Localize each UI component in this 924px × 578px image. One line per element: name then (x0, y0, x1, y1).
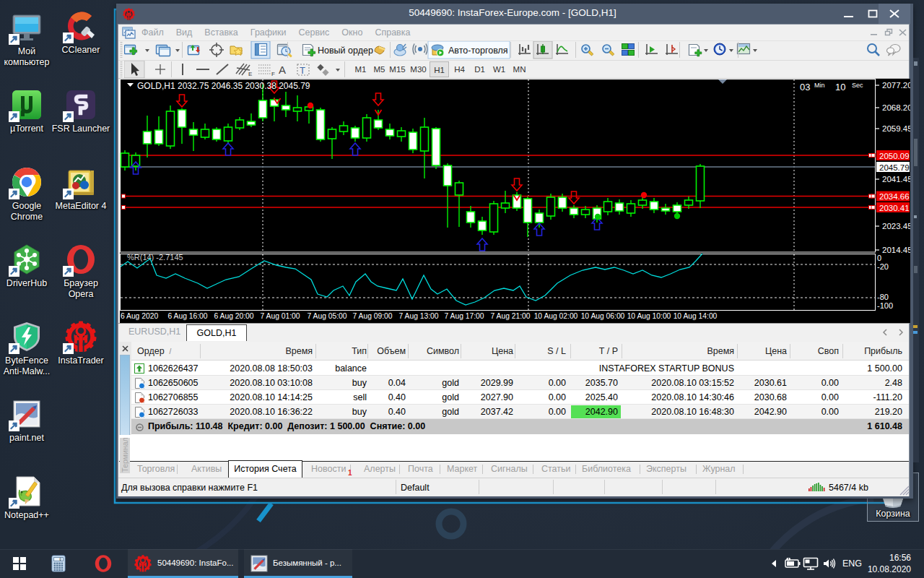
svg-text:2030.41: 2030.41 (879, 204, 910, 212)
svg-text:10 Aug 14:00: 10 Aug 14:00 (674, 312, 718, 320)
svg-text:-100: -100 (877, 301, 893, 310)
svg-text:%R(14) -2.7145: %R(14) -2.7145 (127, 253, 183, 262)
svg-text:10 Aug 06:00: 10 Aug 06:00 (581, 312, 625, 320)
svg-text:6 Aug 20:00: 6 Aug 20:00 (214, 312, 254, 320)
svg-text:2059.45: 2059.45 (882, 124, 910, 133)
svg-text:10 Aug 02:00: 10 Aug 02:00 (534, 312, 578, 320)
svg-text:6 Aug 16:00: 6 Aug 16:00 (168, 312, 208, 320)
svg-text:7 Aug 17:00: 7 Aug 17:00 (445, 312, 484, 320)
svg-text:2045.79: 2045.79 (879, 163, 910, 172)
svg-text:7 Aug 09:00: 7 Aug 09:00 (353, 312, 393, 320)
svg-text:-20: -20 (877, 262, 889, 271)
svg-text:Новый ордер: Новый ордер (318, 46, 373, 56)
svg-text:2041.45: 2041.45 (882, 175, 910, 184)
svg-text:7 Aug 01:00: 7 Aug 01:00 (261, 312, 300, 320)
svg-text:Sec: Sec (852, 82, 863, 89)
svg-text:2023.45: 2023.45 (882, 222, 910, 230)
svg-text:Min: Min (814, 82, 825, 89)
svg-text:T: T (300, 65, 305, 76)
svg-text:2050.09: 2050.09 (879, 152, 910, 160)
svg-text:10: 10 (835, 82, 845, 92)
svg-text:2068.20: 2068.20 (882, 103, 910, 112)
svg-text:6 Aug 2020: 6 Aug 2020 (121, 312, 158, 320)
svg-text:7 Aug 13:00: 7 Aug 13:00 (399, 312, 439, 320)
svg-text:2077.20: 2077.20 (882, 81, 910, 90)
svg-text:03: 03 (800, 82, 810, 92)
svg-text:Авто-торговля: Авто-торговля (448, 46, 508, 56)
svg-text:7 Aug 05:00: 7 Aug 05:00 (308, 312, 347, 320)
svg-text:F: F (271, 71, 275, 77)
svg-text:0: 0 (59, 558, 61, 561)
svg-text:A: A (279, 64, 286, 76)
svg-text:-80: -80 (877, 293, 889, 301)
svg-text:7 Aug 21:00: 7 Aug 21:00 (491, 312, 531, 320)
svg-text:0: 0 (877, 254, 881, 262)
svg-text:2014.45: 2014.45 (882, 246, 910, 254)
svg-text:10 Aug 10:00: 10 Aug 10:00 (627, 312, 671, 320)
svg-text:2034.66: 2034.66 (879, 192, 910, 201)
svg-text:E: E (248, 71, 252, 77)
svg-text:GOLD,H1 2032.75 2046.35 2030.: GOLD,H1 2032.75 2046.35 2030.38 2045.79 (137, 81, 310, 91)
